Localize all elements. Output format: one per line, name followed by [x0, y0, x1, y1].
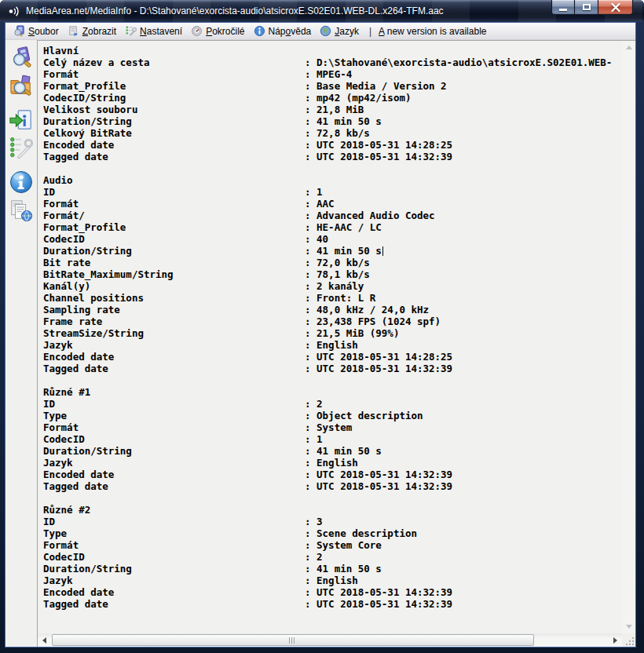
resize-grip-icon [624, 636, 635, 647]
info-row: Encoded date: UTC 2018-05-31 14:32:39 [43, 469, 622, 480]
info-row: Celkový BitRate: 72,8 kb/s [43, 127, 622, 139]
row-label: Celkový BitRate [43, 127, 305, 139]
row-label: Jazyk [43, 575, 305, 586]
info-row: Duration/String: 41 min 50 s [43, 563, 622, 575]
info-row: Encoded date: UTC 2018-05-31 14:32:39 [43, 586, 622, 598]
about-button[interactable] [8, 168, 35, 196]
row-value: : UTC 2018-05-31 14:32:39 [305, 586, 452, 598]
window-title: MediaArea.net/MediaInfo - D:\Stahované\e… [26, 5, 444, 16]
preferences-button[interactable] [8, 134, 35, 162]
horizontal-scrollbar[interactable] [38, 633, 622, 647]
row-value: : MPEG-4 [305, 68, 352, 80]
row-value: : Scene description [305, 527, 417, 539]
row-value: : 40 [305, 233, 328, 245]
row-label: Channel positions [43, 292, 305, 304]
row-value: : 1 [305, 433, 323, 445]
row-label: Format_Profile [43, 221, 305, 233]
scroll-right-button[interactable] [609, 633, 622, 647]
row-label: Formát/ [43, 210, 305, 221]
section-title: Audio [43, 174, 622, 186]
maximize-icon [583, 4, 591, 10]
row-value: : 21,8 MiB [305, 104, 364, 115]
menu-pokrocile[interactable]: Pokročilé [188, 24, 250, 38]
menu-soubor[interactable]: Soubor [10, 24, 64, 38]
row-value: : 2 kanály [305, 280, 364, 292]
text-content: HlavníCelý název a cesta: D:\Stahované\e… [38, 41, 622, 633]
mediainfo-app-icon [7, 5, 20, 18]
open-file-button[interactable] [8, 44, 35, 72]
row-label: Sampling rate [43, 304, 305, 316]
info-row: Jazyk: English [43, 457, 622, 469]
scroll-left-button[interactable] [38, 633, 51, 647]
export-button[interactable] [8, 106, 35, 134]
preferences-icon [9, 137, 33, 160]
close-button[interactable] [598, 0, 633, 15]
info-row: Encoded date: UTC 2018-05-31 14:28:25 [43, 351, 622, 363]
row-value: : Base Media / Version 2 [305, 80, 447, 92]
row-value: : 48,0 kHz / 24,0 kHz [305, 304, 429, 316]
section-title: Různé #2 [43, 504, 622, 516]
info-row: ID: 3 [43, 516, 622, 527]
section: Různé #2ID: 3Type: Scene descriptionForm… [43, 504, 622, 610]
media-info-textview[interactable]: HlavníCelý název a cesta: D:\Stahované\e… [37, 40, 635, 647]
row-label: CodecID/String [43, 92, 305, 104]
menu-napoveda-label: Nápověda [269, 26, 312, 37]
horizontal-scroll-thumb[interactable] [52, 634, 534, 646]
row-value: : 41 min 50 s [305, 115, 382, 127]
row-value: : AAC [305, 198, 335, 210]
row-label: Type [43, 410, 305, 421]
info-row: Format_Profile: Base Media / Version 2 [43, 80, 622, 92]
row-value: : UTC 2018-05-31 14:32:39 [305, 363, 452, 374]
info-row: StreamSize/String: 21,5 MiB (99%) [43, 327, 622, 339]
help-menu-icon [254, 25, 265, 37]
menubar: Soubor Zobrazit Nastavení Pokročilé [5, 23, 635, 40]
row-value: : Advanced Audio Codec [305, 210, 435, 221]
info-row: Frame rate: 23,438 FPS (1024 spf) [43, 316, 622, 327]
info-row: Tagged date: UTC 2018-05-31 14:32:39 [43, 480, 622, 492]
row-label: Duration/String [43, 563, 305, 575]
row-label: Encoded date [43, 469, 305, 480]
info-row: Jazyk: English [43, 339, 622, 351]
info-row: Tagged date: UTC 2018-05-31 14:32:39 [43, 598, 622, 610]
info-row: Formát: System Core [43, 539, 622, 551]
minimize-button[interactable] [551, 0, 575, 15]
row-value: : UTC 2018-05-31 14:28:25 [305, 351, 452, 363]
row-label: Encoded date [43, 586, 305, 598]
menu-napoveda[interactable]: Nápověda [251, 24, 317, 38]
row-label: StreamSize/String [43, 327, 305, 339]
row-label: Kanál(y) [43, 280, 305, 292]
menu-nastaveni[interactable]: Nastavení [122, 24, 188, 38]
row-label: Bit rate [43, 257, 305, 268]
web-icon [9, 198, 33, 223]
row-value: : UTC 2018-05-31 14:28:25 [305, 139, 452, 151]
open-folder-button[interactable] [8, 72, 35, 100]
about-info-icon [9, 170, 34, 195]
menu-update-notice[interactable]: A new version is available [375, 24, 492, 38]
menu-jazyk[interactable]: Jazyk [317, 24, 364, 38]
info-row: Channel positions: Front: L R [43, 292, 622, 304]
export-icon [9, 108, 33, 132]
info-row: Type: Object description [43, 410, 622, 421]
resize-grip[interactable] [622, 633, 635, 647]
row-label: Tagged date [43, 151, 305, 162]
info-row: Formát: AAC [43, 198, 622, 210]
settings-menu-icon [125, 25, 137, 37]
titlebar[interactable]: MediaArea.net/MediaInfo - D:\Stahované\e… [0, 0, 644, 22]
menu-zobrazit[interactable]: Zobrazit [64, 24, 122, 38]
info-row: Kanál(y): 2 kanály [43, 280, 622, 292]
row-value: : 21,5 MiB (99%) [305, 327, 399, 339]
row-value: : 78,1 kb/s [305, 268, 370, 280]
row-value: : English [305, 339, 358, 351]
menu-nastaveni-label: Nastavení [140, 26, 182, 37]
row-label: Encoded date [43, 139, 305, 151]
row-label: Duration/String [43, 115, 305, 127]
maximize-button[interactable] [575, 0, 598, 15]
section-title: Různé #1 [43, 386, 622, 398]
info-row: ID: 2 [43, 398, 622, 410]
row-value: : 1 [305, 186, 323, 198]
row-label: Jazyk [43, 339, 305, 351]
row-value: : 3 [305, 516, 323, 527]
web-button[interactable] [8, 196, 35, 224]
row-value: : HE-AAC / LC [305, 221, 382, 233]
open-folder-icon [9, 74, 33, 99]
